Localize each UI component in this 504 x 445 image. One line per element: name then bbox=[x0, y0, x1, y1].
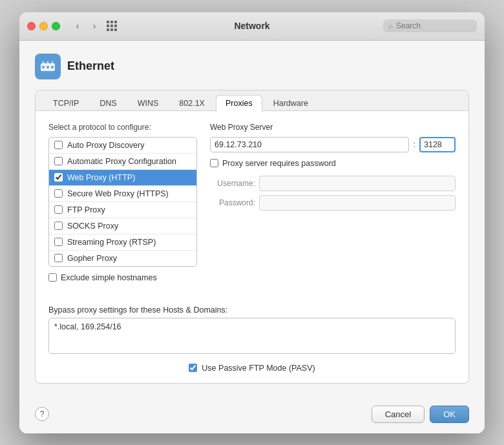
list-item[interactable]: Gopher Proxy bbox=[49, 251, 196, 266]
tab-tcpip[interactable]: TCP/IP bbox=[43, 95, 89, 111]
device-icon bbox=[35, 54, 61, 79]
ok-button[interactable]: OK bbox=[430, 406, 469, 423]
proxy-password-checkbox[interactable] bbox=[210, 159, 218, 167]
settings-panel: TCP/IP DNS WINS 802.1X Proxies Hardware … bbox=[35, 90, 469, 384]
search-icon: ⌕ bbox=[388, 21, 393, 30]
tab-dns[interactable]: DNS bbox=[90, 95, 126, 111]
nav-buttons: ‹ › bbox=[70, 19, 101, 33]
list-item[interactable]: FTP Proxy bbox=[49, 202, 196, 218]
exclude-hostnames-label: Exclude simple hostnames bbox=[61, 273, 157, 282]
forward-button[interactable]: › bbox=[87, 19, 101, 33]
cancel-button[interactable]: Cancel bbox=[372, 406, 425, 423]
ftp-mode-label: Use Passive FTP Mode (PASV) bbox=[202, 364, 315, 373]
protocol-item-label: Web Proxy (HTTP) bbox=[67, 173, 135, 182]
ftp-mode-checkbox[interactable] bbox=[189, 364, 197, 372]
tab-hardware[interactable]: Hardware bbox=[264, 95, 318, 111]
colon-separator: : bbox=[413, 140, 415, 149]
svg-point-2 bbox=[47, 66, 49, 68]
protocol-item-label: Automatic Proxy Configuration bbox=[67, 157, 176, 166]
list-item[interactable]: Secure Web Proxy (HTTPS) bbox=[49, 186, 196, 202]
password-row-field: Password: bbox=[210, 195, 456, 211]
exclude-hostnames-checkbox[interactable] bbox=[48, 273, 57, 282]
svg-point-3 bbox=[51, 66, 54, 68]
gopher-proxy-checkbox[interactable] bbox=[54, 254, 63, 262]
traffic-lights bbox=[27, 22, 60, 30]
password-input[interactable] bbox=[259, 195, 456, 211]
bypass-section: Bypass proxy settings for these Hosts & … bbox=[36, 305, 468, 356]
auto-proxy-config-checkbox[interactable] bbox=[54, 157, 63, 165]
web-proxy-checkbox[interactable] bbox=[54, 173, 63, 181]
ftp-row: Use Passive FTP Mode (PASV) bbox=[36, 364, 468, 373]
password-field-label: Password: bbox=[210, 198, 255, 207]
device-name: Ethernet bbox=[67, 59, 114, 73]
back-button[interactable]: ‹ bbox=[70, 19, 85, 33]
protocol-list: Auto Proxy Discovery Automatic Proxy Con… bbox=[48, 137, 197, 267]
window-title: Network bbox=[234, 21, 269, 31]
proxy-ip-input[interactable] bbox=[210, 137, 409, 152]
web-proxy-server-label: Web Proxy Server bbox=[210, 123, 456, 132]
panel-body: Select a protocol to configure: Auto Pro… bbox=[36, 111, 468, 295]
svg-point-1 bbox=[42, 66, 45, 68]
username-input[interactable] bbox=[259, 176, 456, 191]
bypass-label: Bypass proxy settings for these Hosts & … bbox=[48, 305, 456, 315]
protocol-label: Select a protocol to configure: bbox=[48, 123, 197, 132]
minimize-button[interactable] bbox=[39, 22, 48, 30]
socks-proxy-checkbox[interactable] bbox=[54, 222, 63, 230]
username-row: Username: bbox=[210, 176, 456, 191]
proxy-server-row: : bbox=[210, 137, 456, 152]
protocol-item-label: Streaming Proxy (RTSP) bbox=[67, 238, 156, 247]
titlebar: ‹ › Network ⌕ bbox=[19, 12, 485, 41]
search-box[interactable]: ⌕ bbox=[383, 19, 477, 32]
close-button[interactable] bbox=[27, 22, 36, 30]
exclude-row: Exclude simple hostnames bbox=[48, 273, 197, 282]
auto-proxy-discovery-checkbox[interactable] bbox=[54, 141, 63, 149]
help-button[interactable]: ? bbox=[35, 407, 49, 421]
left-pane: Select a protocol to configure: Auto Pro… bbox=[48, 123, 197, 282]
protocol-item-label: FTP Proxy bbox=[67, 205, 105, 214]
protocol-item-label: Gopher Proxy bbox=[67, 254, 117, 263]
ftp-proxy-checkbox[interactable] bbox=[54, 205, 63, 214]
apps-grid-icon[interactable] bbox=[107, 21, 117, 31]
list-item-web-proxy[interactable]: Web Proxy (HTTP) bbox=[49, 170, 196, 186]
protocol-item-label: Secure Web Proxy (HTTPS) bbox=[67, 189, 169, 198]
footer-buttons: Cancel OK bbox=[372, 406, 469, 423]
username-label: Username: bbox=[210, 179, 255, 188]
protocol-item-label: SOCKS Proxy bbox=[67, 222, 118, 231]
list-item[interactable]: Streaming Proxy (RTSP) bbox=[49, 234, 196, 251]
main-content: Ethernet TCP/IP DNS WINS 802.1X Proxies … bbox=[19, 41, 485, 399]
protocol-item-label: Auto Proxy Discovery bbox=[67, 141, 144, 150]
tab-proxies[interactable]: Proxies bbox=[216, 95, 262, 111]
password-required-row: Proxy server requires password bbox=[210, 159, 456, 168]
tab-wins[interactable]: WINS bbox=[128, 95, 169, 111]
search-input[interactable] bbox=[396, 21, 472, 30]
streaming-proxy-checkbox[interactable] bbox=[54, 238, 63, 246]
device-header: Ethernet bbox=[35, 54, 469, 79]
secure-web-proxy-checkbox[interactable] bbox=[54, 189, 63, 198]
right-pane: Web Proxy Server : Proxy server requires… bbox=[210, 123, 456, 282]
tab-8021x[interactable]: 802.1X bbox=[169, 95, 215, 111]
footer: ? Cancel OK bbox=[19, 399, 485, 433]
proxy-password-label: Proxy server requires password bbox=[222, 159, 336, 168]
proxy-port-input[interactable] bbox=[419, 137, 456, 152]
list-item[interactable]: Automatic Proxy Configuration bbox=[49, 154, 196, 170]
bypass-textarea[interactable]: *.local, 169.254/16 bbox=[48, 318, 456, 354]
list-item[interactable]: SOCKS Proxy bbox=[49, 218, 196, 234]
tabs-bar: TCP/IP DNS WINS 802.1X Proxies Hardware bbox=[36, 90, 468, 111]
list-item[interactable]: Auto Proxy Discovery bbox=[49, 138, 196, 154]
maximize-button[interactable] bbox=[52, 22, 60, 30]
